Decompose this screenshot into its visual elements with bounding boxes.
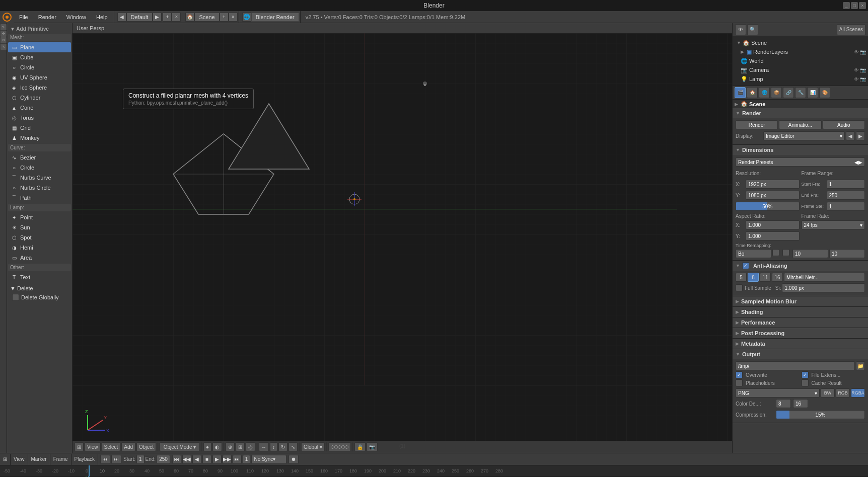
props-tab-world[interactable]: 🌐	[759, 87, 770, 98]
render-button[interactable]: Render	[736, 120, 778, 129]
mesh-circle[interactable]: ○ Circle	[8, 62, 71, 72]
scene-minus[interactable]: ×	[229, 13, 238, 22]
vp-layers-1[interactable]: ⬡⬡⬡⬡⬡	[328, 442, 351, 451]
aa-5[interactable]: 5	[736, 273, 747, 282]
format-select[interactable]: PNG ▾	[736, 388, 820, 398]
curve-nurbs-curve[interactable]: ⌒ Nurbs Curve	[8, 173, 71, 183]
display-select[interactable]: Image Editor ▾	[763, 131, 845, 140]
minimize-button[interactable]: _	[843, 2, 850, 9]
color-rgba[interactable]: RGBA	[851, 388, 865, 398]
play-forward[interactable]: ▶	[212, 455, 222, 464]
aa-11[interactable]: 11	[760, 273, 771, 282]
tree-camera[interactable]: 📷 Camera 👁 📷	[735, 65, 866, 74]
mesh-cube[interactable]: ▣ Cube	[8, 52, 71, 62]
bottom-playback[interactable]: Playback	[71, 454, 99, 465]
color-rgb[interactable]: RGB	[836, 388, 850, 398]
vp-global-btn[interactable]: Global ▾	[301, 442, 325, 451]
props-tab-render[interactable]: 🎬	[735, 87, 746, 98]
end-field[interactable]: 250	[157, 455, 170, 464]
vp-render-btn[interactable]: 📷	[367, 442, 378, 451]
camera-eye[interactable]: 👁	[854, 67, 859, 73]
bottom-marker[interactable]: Marker	[28, 454, 50, 465]
res-percent[interactable]: 50%	[736, 202, 800, 211]
scene-label[interactable]: Scene	[194, 13, 219, 22]
viewport-content[interactable]: Construct a filled planar mesh with 4 ve…	[73, 33, 732, 453]
vp-mode-select[interactable]: Object Mode ▾	[160, 442, 200, 451]
blender-logo[interactable]	[0, 11, 14, 23]
renderlayers-eye[interactable]: 👁	[854, 49, 859, 55]
next-keyframe[interactable]: ▶▶	[223, 455, 232, 464]
output-path-field[interactable]: /tmp/	[736, 361, 855, 370]
vp-select-menu[interactable]: Select	[102, 442, 121, 451]
tree-world[interactable]: 🌐 World	[735, 56, 866, 65]
display-next[interactable]: ▶	[856, 131, 865, 140]
new-field[interactable]: 10	[829, 249, 865, 258]
lamp-spot[interactable]: ⬡ Spot	[8, 232, 71, 243]
menu-render[interactable]: Render	[33, 11, 61, 23]
lamp-eye[interactable]: 👁	[854, 76, 859, 82]
lamp-hemi[interactable]: ◑ Hemi	[8, 243, 71, 253]
compression-field[interactable]: 15%	[776, 410, 865, 419]
mesh-torus[interactable]: ◎ Torus	[8, 113, 71, 123]
play-toggle-anim2[interactable]: ⏭	[111, 455, 121, 464]
aspect-y-field[interactable]: 1.000	[746, 231, 800, 241]
aspect-x-field[interactable]: 1.000	[746, 220, 800, 229]
lamp-render[interactable]: 📷	[860, 76, 866, 82]
renderlayers-render[interactable]: 📷	[860, 49, 866, 55]
viewport[interactable]: User Persp	[73, 23, 732, 453]
vp-solid-btn[interactable]: ◐	[212, 442, 222, 451]
vp-proportional-btn[interactable]: ◎	[246, 442, 255, 451]
aa-checkbox[interactable]: ✓	[742, 262, 749, 269]
step-fra-field[interactable]: 1	[827, 202, 865, 211]
tree-renderlayers[interactable]: ▶ ▣ RenderLayers 👁 📷	[735, 47, 866, 56]
bo-check2[interactable]	[782, 249, 789, 256]
res-y-field[interactable]: 1080 px	[746, 191, 800, 200]
overwrite-checkbox[interactable]: ✓	[736, 371, 743, 378]
vp-transform-manipulator[interactable]: ↔	[259, 442, 269, 451]
aa-filter[interactable]: Mitchell-Netr...	[784, 273, 865, 282]
skip-end[interactable]: ⏭	[233, 455, 242, 464]
workspace-remove[interactable]: ×	[172, 13, 181, 22]
output-header[interactable]: ▼ Output	[733, 349, 868, 359]
delete-globally-checkbox[interactable]	[12, 294, 19, 301]
tool-scale[interactable]: ⤡	[1, 44, 7, 50]
close-button[interactable]: ×	[859, 2, 866, 9]
curve-path[interactable]: ⌒ Path	[8, 193, 71, 203]
vp-rotate-btn[interactable]: ↻	[278, 442, 287, 451]
current-frame-field[interactable]: 1	[243, 455, 251, 464]
props-tab-constraints[interactable]: 🔗	[783, 87, 794, 98]
mesh-cylinder[interactable]: ⬡ Cylinder	[8, 93, 71, 103]
lamp-area[interactable]: ▭ Area	[8, 253, 71, 263]
vp-add-menu[interactable]: Add	[121, 442, 135, 451]
animation-button[interactable]: Animatio...	[779, 120, 821, 129]
sync-select[interactable]: No Sync ▾	[251, 455, 286, 464]
color-depth-field[interactable]: 8	[776, 399, 791, 408]
menu-window[interactable]: Window	[61, 11, 91, 23]
aa-8[interactable]: 8	[748, 273, 759, 282]
vp-pivot-btn[interactable]: ⊕	[226, 442, 235, 451]
props-tab-scene[interactable]: 🏠	[747, 87, 758, 98]
vp-object-menu[interactable]: Object	[136, 442, 156, 451]
render-engine-selector[interactable]: Blender Render	[251, 13, 299, 22]
end-fra-field[interactable]: 250	[827, 191, 865, 200]
stop[interactable]: ■	[202, 455, 211, 464]
bo-check1[interactable]	[772, 249, 779, 256]
prev-keyframe[interactable]: ◀◀	[182, 455, 191, 464]
vp-scale-btn[interactable]: ⤡	[288, 442, 298, 451]
file-ext-checkbox[interactable]: ✓	[802, 371, 809, 378]
res-x-field[interactable]: 1920 px	[746, 180, 800, 189]
scene-plus[interactable]: +	[220, 13, 229, 22]
audio-button[interactable]: Audio	[823, 120, 865, 129]
skip-start[interactable]: ⏮	[172, 455, 181, 464]
tool-select[interactable]: ↖	[1, 24, 7, 30]
display-prev[interactable]: ◀	[846, 131, 855, 140]
menu-help[interactable]: Help	[91, 11, 113, 23]
rpanel-all-scenes[interactable]: All Scenes	[837, 24, 865, 35]
lamp-sun[interactable]: ☀ Sun	[8, 222, 71, 232]
bottom-view[interactable]: View	[11, 454, 28, 465]
rpanel-view-icon[interactable]: 👁	[735, 24, 746, 35]
full-sample-checkbox[interactable]	[736, 284, 743, 291]
vp-snap-btn[interactable]: ⊞	[236, 442, 245, 451]
props-tab-material[interactable]: 🎨	[819, 87, 830, 98]
tree-lamp[interactable]: 💡 Lamp 👁 📷	[735, 74, 866, 84]
